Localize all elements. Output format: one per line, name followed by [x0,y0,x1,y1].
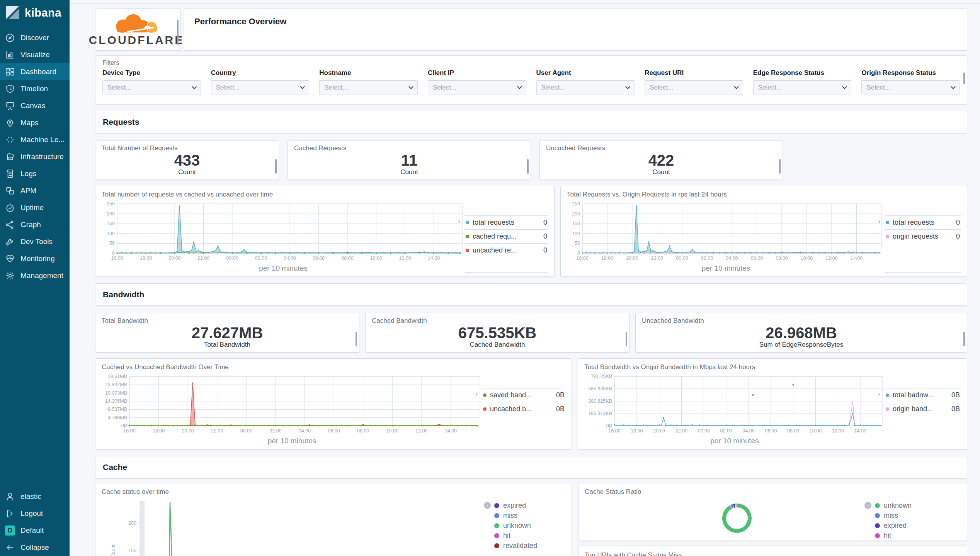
panel-scrollbar[interactable] [626,332,627,346]
svg-text:02:00: 02:00 [701,256,713,261]
svg-text:12:00: 12:00 [825,256,837,261]
cloudflare-wordmark: CLOUDFLARE® [89,34,187,46]
sidebar-item-user-elastic[interactable]: elastic [0,488,70,505]
panel-scrollbar[interactable] [779,159,781,174]
panel-scrollbar[interactable] [527,159,529,174]
svg-text:16:00: 16:00 [123,428,135,434]
panel-scrollbar[interactable] [963,332,965,346]
logout-icon [5,509,15,519]
filters-panel: Filters Device Type Select... Country Se… [95,55,967,104]
legend-item-revalidated[interactable]: revalidated [494,541,562,551]
user-agent-select[interactable]: Select... [536,80,635,95]
svg-text:00:00: 00:00 [698,428,710,434]
legend-item-expired[interactable]: expired [494,500,562,510]
device-type-select[interactable]: Select... [102,80,201,95]
legend-item-total-bandwidth[interactable]: total badnw... 0B [885,388,961,402]
timelion-icon [5,84,15,94]
legend-item-expired[interactable]: expired [875,520,943,531]
svg-text:4.768MB: 4.768MB [108,415,127,420]
legend-item-saved-bandwidth[interactable]: saved band... 0B [482,388,565,402]
legend-item-cached-requests[interactable]: cached requ... 0 [465,229,548,243]
sidebar-item-monitoring[interactable]: Monitoring [0,250,70,267]
svg-text:06:00: 06:00 [765,428,777,434]
kibana-brand[interactable]: kibana [0,0,70,25]
cache-section-header: Cache [95,456,967,478]
svg-text:0B: 0B [121,423,127,429]
sidebar-item-collapse[interactable]: Collapse [0,539,70,556]
collapse-icon [5,542,15,553]
sidebar-item-uptime[interactable]: Uptime [0,199,70,216]
panel-scrollbar[interactable] [275,159,277,174]
svg-text:00:00: 00:00 [240,428,252,434]
sidebar-item-machine-learning[interactable]: Machine Le... [0,131,70,148]
legend-item-hit[interactable]: hit [494,531,562,541]
legend-item-unknown[interactable]: unknown [875,500,943,510]
svg-text:00:00: 00:00 [226,256,238,261]
legend-expand-icon[interactable]: › [864,502,871,509]
svg-text:100: 100 [107,231,115,236]
hostname-select[interactable]: Select... [319,80,418,95]
legend-item-uncached-requests[interactable]: uncached re... 0 [465,243,548,257]
svg-text:22:00: 22:00 [211,428,223,434]
sidebar-item-dashboard[interactable]: Dashboard [0,63,70,80]
sidebar-item-apm[interactable]: APM [0,182,70,199]
sidebar-item-logs[interactable]: Logs [0,165,70,182]
legend-item-origin-bandwidth[interactable]: origin band... 0B [885,402,961,416]
svg-text:08:00: 08:00 [787,428,799,434]
legend-expand-icon[interactable]: › [878,217,880,225]
sidebar-item-timelion[interactable]: Timelion [0,80,70,97]
svg-text:23.842MB: 23.842MB [105,382,127,387]
origin-response-status-select[interactable]: Select... [861,80,960,95]
svg-text:12:00: 12:00 [832,428,844,434]
legend-item-total-requests[interactable]: total requests 0 [885,215,961,229]
sidebar-item-discover[interactable]: Discover [0,29,70,46]
sidebar-item-maps[interactable]: Maps [0,114,70,131]
sidebar-item-visualize[interactable]: Visualize [0,46,70,63]
svg-text:08:00: 08:00 [357,428,369,434]
app-title: kibana [25,7,61,19]
metric-cached-bandwidth: Cached Bandwidth 675.535KB Cached Bandwi… [365,313,630,353]
legend-expand-icon[interactable]: › [878,390,880,398]
svg-text:150: 150 [107,221,115,226]
svg-text:18:00: 18:00 [140,256,152,261]
legend-item-uncached-bandwidth[interactable]: uncached b... 0B [482,402,565,416]
sidebar-item-logout[interactable]: Logout [0,505,70,522]
page-title: Performance Overview [194,17,957,27]
bandwidth-section-header: Bandwidth [95,283,967,306]
edge-response-status-select[interactable]: Select... [753,80,852,95]
panel-scrollbar[interactable] [963,73,965,84]
client-ip-select[interactable]: Select... [428,80,526,95]
legend-item-hit[interactable]: hit [875,531,943,541]
svg-text:20:00: 20:00 [168,256,180,261]
legend-expand-icon[interactable]: › [484,502,491,509]
panel-scrollbar[interactable] [356,332,357,346]
sidebar-item-space-default[interactable]: DDefault [0,522,70,539]
legend-item-origin-requests[interactable]: origin requests 0 [885,229,961,243]
legend-item-miss[interactable]: miss [875,510,943,520]
legend-item-unknown[interactable]: unknown [494,520,562,531]
sidebar-item-graph[interactable]: Graph [0,216,70,233]
svg-text:06:00: 06:00 [328,428,340,434]
svg-text:200: 200 [107,211,115,217]
svg-text:12:00: 12:00 [415,428,427,434]
svg-text:10:00: 10:00 [801,256,813,261]
sidebar-item-canvas[interactable]: Canvas [0,97,70,114]
svg-text:781.25KB: 781.25KB [591,374,612,379]
dashboard-icon [5,67,15,77]
sidebar-item-infrastructure[interactable]: Infrastructure [0,148,70,165]
sidebar-item-management[interactable]: Management [0,267,70,284]
chevron-down-icon [517,84,522,89]
panel-scrollbar[interactable] [177,20,179,45]
space-default-icon: D [5,525,15,536]
country-select[interactable]: Select... [211,80,310,95]
legend-item-miss[interactable]: miss [494,510,562,520]
cloudflare-logo-panel: CLOUDFLARE® [95,8,181,51]
chevron-down-icon [734,84,739,89]
request-uri-select[interactable]: Select... [645,80,743,95]
svg-text:10:00: 10:00 [370,256,382,261]
legend-expand-icon[interactable]: › [458,217,460,225]
legend-item-total-requests[interactable]: total requests 0 [465,215,548,229]
sidebar-item-dev-tools[interactable]: Dev Tools [0,233,70,250]
legend-expand-icon[interactable]: › [475,390,478,398]
top-uris-panel: Top URIs with Cache Status Miss [578,546,967,556]
